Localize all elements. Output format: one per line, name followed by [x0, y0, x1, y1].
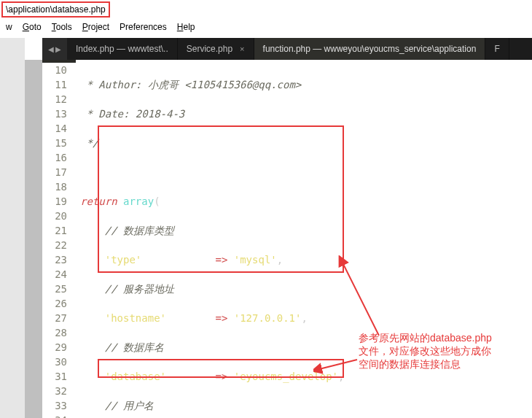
line-number: 18 — [42, 179, 67, 194]
tab-function[interactable]: function.php — wwweyou\eyoucms_service\a… — [254, 38, 486, 60]
code-line: // 服务器地址 — [80, 282, 532, 296]
code-line: * Date: 2018-4-3 — [80, 107, 532, 121]
line-number: 13 — [42, 107, 67, 121]
line-number: 26 — [42, 296, 67, 311]
code-line — [80, 165, 532, 179]
annotation-text: 参考原先网站的database.php 文件，对应修改这些地方成你 空间的数据库… — [359, 331, 526, 371]
line-number: 28 — [42, 325, 67, 340]
line-number: 31 — [42, 369, 67, 384]
line-number: 15 — [42, 136, 67, 150]
line-number: 29 — [42, 340, 67, 355]
tab-arrow-right-icon: ▶ — [55, 45, 61, 53]
code-line: 'hostname' => '127.0.0.1', — [80, 311, 532, 325]
tab-label: function.php — wwweyou\eyoucms_service\a… — [263, 44, 477, 54]
close-icon[interactable]: × — [240, 44, 244, 53]
code-line: // 用户名 — [80, 398, 532, 413]
line-number: 34 — [42, 413, 67, 418]
line-gutter: 1011121314151617181920212223242526272829… — [42, 60, 76, 63]
menu-item-preferences[interactable]: Preferences — [120, 22, 167, 32]
line-number: 23 — [42, 252, 67, 267]
code-line: return array( — [80, 194, 532, 209]
line-number: 33 — [42, 398, 67, 413]
line-number: 12 — [42, 92, 67, 107]
line-number: 22 — [42, 238, 67, 252]
line-number: 17 — [42, 165, 67, 179]
line-number: 25 — [42, 282, 67, 296]
tab-label: F — [494, 44, 499, 54]
menu-item-w[interactable]: w — [6, 22, 12, 32]
code-content[interactable]: * Author: 小虎哥 <1105415366@qq.com> * Date… — [76, 60, 532, 63]
menu-item-project[interactable]: Project — [82, 22, 109, 32]
line-number: 14 — [42, 121, 67, 136]
line-number: 24 — [42, 267, 67, 282]
annotation-line: 文件，对应修改这些地方成你 — [359, 344, 526, 357]
annotation-line: 参考原先网站的database.php — [359, 331, 526, 344]
tab-label: Index.php — wwwtest\.. — [76, 44, 168, 54]
code-line: // 数据库类型 — [80, 223, 532, 238]
line-number: 19 — [42, 194, 67, 209]
sidebar — [0, 38, 25, 418]
line-number: 11 — [42, 77, 67, 92]
code-line: */ — [80, 136, 532, 150]
minimap-strip[interactable] — [25, 60, 42, 418]
line-number: 20 — [42, 209, 67, 223]
menu-item-tools[interactable]: Tools — [52, 22, 72, 32]
tab-f[interactable]: F — [485, 38, 509, 60]
annotation-line: 空间的数据库连接信息 — [359, 357, 526, 371]
code-line: 'database' => 'eyoucms_develop', — [80, 369, 532, 384]
tab-index[interactable]: Index.php — wwwtest\.. — [67, 38, 178, 60]
file-path-bar: \application\database.php — [1, 1, 110, 18]
menu-item-goto[interactable]: Goto — [23, 22, 42, 32]
line-number: 30 — [42, 355, 67, 369]
tab-nav-arrows[interactable]: ◀ ▶ — [42, 38, 67, 60]
code-line: * Author: 小虎哥 <1105415366@qq.com> — [80, 77, 532, 92]
line-number: 32 — [42, 384, 67, 398]
code-line: 'type' => 'mysql', — [80, 252, 532, 267]
tab-service[interactable]: Service.php× — [178, 38, 254, 60]
menu-item-help[interactable]: Help — [177, 22, 195, 32]
tab-label: Service.php — [187, 44, 232, 54]
tab-row: ◀ ▶ Index.php — wwwtest\.. Service.php× … — [42, 38, 532, 60]
menu-bar: w Goto Tools Project Preferences Help — [0, 18, 532, 35]
line-number: 27 — [42, 311, 67, 325]
tab-arrow-left-icon: ◀ — [48, 45, 54, 53]
line-number: 21 — [42, 223, 67, 238]
line-number: 10 — [42, 63, 67, 77]
line-number: 16 — [42, 150, 67, 165]
